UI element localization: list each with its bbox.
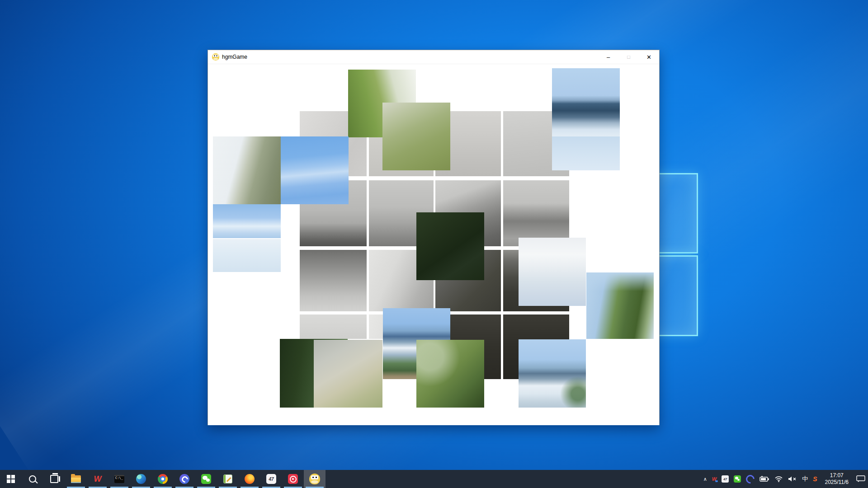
tray-wechat-icon[interactable]	[734, 475, 741, 483]
board-cell-r4c1	[300, 314, 367, 339]
hgmgame-window: hgmGame – □ ✕	[208, 50, 660, 425]
taskbar-clock[interactable]: 17:07 2025/11/6	[822, 472, 852, 486]
tray-blue-c-ring-icon[interactable]	[744, 473, 756, 485]
red-music-icon	[288, 474, 298, 484]
taskbar-empty-area	[326, 470, 703, 488]
tray-wps-icon[interactable]: W	[712, 476, 717, 482]
sogou-input-icon[interactable]: S	[813, 475, 817, 483]
piece-green-mountain-bottom[interactable]	[416, 340, 484, 408]
volume-muted-icon[interactable]	[788, 476, 797, 482]
clock-date: 2025/11/6	[825, 479, 849, 486]
psyduck-game-icon	[309, 474, 320, 484]
notepad-plus-plus-button[interactable]	[217, 470, 239, 488]
edge-icon	[136, 474, 146, 484]
edge-button[interactable]	[130, 470, 152, 488]
terminal-icon: C:\_	[114, 475, 124, 483]
command-prompt-button[interactable]: C:\_	[108, 470, 130, 488]
wifi-icon[interactable]	[774, 476, 783, 482]
psyduck-app-icon	[212, 53, 219, 61]
piece-blue-mountains-topright[interactable]	[552, 68, 620, 136]
firefox-button[interactable]	[239, 470, 260, 488]
wechat-button[interactable]	[195, 470, 217, 488]
tray-lightning-47-icon[interactable]: 47	[722, 475, 729, 483]
piece-pale-sky-topright[interactable]	[552, 136, 620, 170]
system-tray: ∧ W 47 中 S 17:07 2025/11/6	[703, 470, 868, 488]
window-title: hgmGame	[222, 54, 598, 60]
piece-misty-slope-left[interactable]	[213, 136, 281, 204]
piece-fog-green-bottomleft[interactable]	[314, 340, 382, 408]
hgm-game-taskbar-button[interactable]	[304, 470, 326, 488]
piece-white-fog-right[interactable]	[519, 238, 586, 306]
action-center-icon[interactable]	[856, 475, 865, 483]
taskbar-apps: W C:\_ 47	[0, 470, 326, 488]
start-button[interactable]	[0, 470, 22, 488]
wps-icon: W	[94, 475, 102, 483]
piece-cloud-band-left[interactable]	[213, 204, 281, 238]
windows-logo-icon	[7, 475, 15, 483]
piece-grass-slope-top[interactable]	[382, 103, 450, 170]
board-cell-r3c1	[300, 250, 367, 311]
maximize-button[interactable]: □	[618, 50, 639, 64]
close-button[interactable]: ✕	[639, 50, 659, 64]
blue-c-ring-icon	[179, 474, 189, 484]
piece-dark-forest-center[interactable]	[416, 212, 484, 280]
blue-c-browser-button[interactable]	[174, 470, 195, 488]
piece-blue-fog-bottomright[interactable]	[519, 339, 586, 408]
piece-blue-sky-left[interactable]	[281, 136, 349, 204]
notepad-plus-plus-icon	[223, 474, 232, 483]
wechat-icon	[201, 474, 211, 484]
search-button[interactable]	[22, 470, 43, 488]
title-bar[interactable]: hgmGame – □ ✕	[208, 50, 659, 64]
piece-green-peak-right[interactable]	[586, 272, 654, 339]
task-view-icon	[50, 475, 58, 483]
psyduck-icon	[309, 474, 320, 484]
file-explorer-icon	[71, 475, 81, 483]
lightning-47-button[interactable]: 47	[260, 470, 282, 488]
wps-office-button[interactable]: W	[87, 470, 108, 488]
file-explorer-button[interactable]	[65, 470, 87, 488]
red-music-app-button[interactable]	[282, 470, 304, 488]
tray-chevron-up[interactable]: ∧	[703, 476, 707, 482]
ime-language-indicator[interactable]: 中	[802, 475, 808, 483]
battery-icon[interactable]	[760, 476, 769, 482]
psyduck-icon	[212, 53, 219, 61]
task-view-button[interactable]	[43, 470, 65, 488]
chrome-icon	[158, 474, 168, 484]
clock-time: 17:07	[830, 472, 844, 479]
puzzle-canvas[interactable]	[208, 64, 659, 425]
firefox-icon	[245, 474, 255, 484]
lightning-47-icon: 47	[266, 474, 276, 484]
taskbar: W C:\_ 47 ∧ W 47 中 S 17:07 2025/11/6	[0, 470, 868, 488]
search-icon	[29, 475, 36, 483]
chrome-button[interactable]	[152, 470, 174, 488]
board-cell-r2c4	[503, 180, 569, 246]
piece-pale-haze-left[interactable]	[213, 239, 281, 272]
minimize-button[interactable]: –	[598, 50, 618, 64]
